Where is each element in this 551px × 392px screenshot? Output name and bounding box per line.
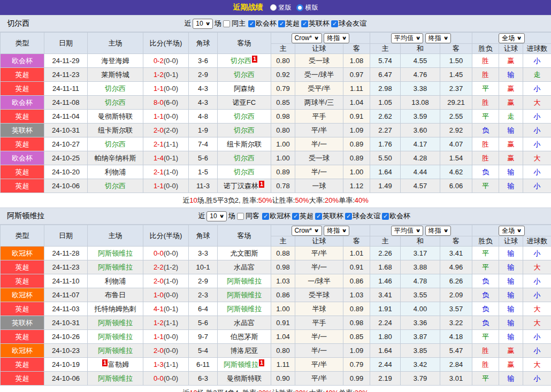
- avg-home-odds: 1.46: [370, 274, 401, 288]
- avg-away-odds: 29.21: [440, 96, 472, 110]
- corner-count: 2-9: [189, 68, 218, 82]
- fulltime-value: 全场: [502, 34, 515, 42]
- avg-away-odds: 2.84: [440, 358, 472, 372]
- match-date: 24-10-06: [44, 179, 88, 193]
- league-badge: 英联杯: [1, 316, 44, 330]
- match-date: 24-11-04: [44, 110, 88, 124]
- odds-select-cell: Crow*∨ 终指∨: [271, 33, 370, 44]
- summary-text: 40%: [355, 196, 369, 204]
- team-name: 莱斯特城: [102, 71, 129, 79]
- average-final-select[interactable]: 终指∨: [425, 33, 451, 43]
- result-handicap: 输: [499, 124, 523, 137]
- layout-option-horizontal[interactable]: 横版: [296, 3, 318, 12]
- halftime-score: (0-0): [164, 182, 178, 190]
- crown-away-odds: 0.98: [343, 316, 370, 330]
- fulltime-select[interactable]: 全场∨: [499, 33, 524, 43]
- result-goals: 小: [523, 124, 551, 137]
- col-header-odds-handicap: 让球: [295, 236, 343, 247]
- result-wdl: 负: [472, 165, 499, 179]
- away-team-cell: 水晶宫: [218, 260, 271, 274]
- crown-away-odds: 0.89: [343, 151, 370, 165]
- same-venue-checkbox[interactable]: [237, 213, 244, 220]
- avg-away-odds: 4.62: [440, 165, 472, 179]
- odds-final-select[interactable]: 终指∨: [324, 33, 349, 43]
- crown-away-odds: 1.03: [343, 288, 370, 302]
- results-table-aston-villa: 类型 日期 主场 比分(半场) 角球 客场 Crow*∨ 终指∨ 平均值∨ 终指…: [0, 225, 551, 386]
- crown-handicap: 半/一: [295, 165, 343, 179]
- average-select[interactable]: 平均值∨: [391, 226, 423, 236]
- same-venue-checkbox[interactable]: [223, 20, 230, 27]
- league-checkbox[interactable]: ✓: [315, 213, 322, 220]
- average-value: 平均值: [394, 34, 414, 42]
- fulltime-score: 2-1: [154, 140, 164, 148]
- avg-home-odds: 1.76: [370, 137, 401, 151]
- summary-text: 让胜率:: [272, 388, 295, 392]
- layout-option-vertical[interactable]: 竖版: [270, 3, 292, 12]
- fulltime-score: 0-0: [154, 374, 164, 382]
- fulltime-select[interactable]: 全场∨: [499, 226, 524, 236]
- chevron-down-icon: ∨: [415, 34, 420, 42]
- crown-away-odds: 1.09: [343, 124, 370, 137]
- result-goals: 大: [523, 151, 551, 165]
- crown-home-odds: 0.92: [271, 68, 295, 82]
- home-team-cell: 海登海姆: [88, 54, 143, 68]
- col-header-type: 类型: [1, 33, 44, 54]
- crown-home-odds: 0.79: [271, 82, 295, 96]
- radio-selected-icon[interactable]: [296, 4, 303, 11]
- avg-away-odds: 2.92: [440, 124, 472, 137]
- league-checkbox[interactable]: ✓: [248, 20, 255, 27]
- team-name: 阿斯顿维拉: [227, 291, 262, 299]
- avg-draw-odds: 3.42: [401, 358, 440, 372]
- team-name: 阿斯顿维拉: [98, 249, 133, 257]
- avg-away-odds: 4.07: [440, 137, 472, 151]
- average-final-select[interactable]: 终指∨: [425, 226, 451, 236]
- corner-count: 4-3: [189, 96, 218, 110]
- result-handicap: 赢: [499, 54, 523, 68]
- fulltime-score: 2-2: [154, 263, 164, 271]
- league-badge: 欧会杯: [1, 151, 44, 165]
- fulltime-score: 1-2: [154, 71, 164, 79]
- col-header-score: 比分(半场): [143, 225, 189, 247]
- team-name: 帕纳辛纳科斯: [95, 154, 136, 162]
- league-checkbox[interactable]: ✓: [345, 213, 352, 220]
- average-select[interactable]: 平均值∨: [391, 33, 423, 43]
- team-name: 尤文图斯: [231, 249, 258, 257]
- chevron-down-icon: ∨: [342, 34, 347, 42]
- league-checkbox[interactable]: ✓: [292, 213, 299, 220]
- league-checkbox[interactable]: ✓: [262, 213, 269, 220]
- league-checkbox[interactable]: ✓: [301, 20, 308, 27]
- col-header-handicap-result: 让球: [499, 44, 523, 54]
- match-date: 24-10-19: [44, 358, 88, 372]
- fulltime-score: 1-1: [154, 112, 164, 120]
- home-team-cell: 帕纳辛纳科斯: [88, 151, 143, 165]
- league-checkbox[interactable]: ✓: [278, 20, 285, 27]
- chevron-down-icon: ∨: [443, 34, 448, 42]
- radio-unselected-icon[interactable]: [270, 4, 277, 11]
- away-team-cell: 阿森纳: [218, 82, 271, 96]
- table-row: 英超24-11-10利物浦2-0(1-0)2-9阿斯顿维拉1.03一/球半0.8…: [1, 274, 551, 288]
- result-goals: 小: [523, 82, 551, 96]
- match-count-select[interactable]: 10∨: [206, 211, 227, 221]
- home-team-cell: 利物浦: [88, 274, 143, 288]
- odds-final-select[interactable]: 终指∨: [324, 226, 349, 236]
- home-team-cell: 托特纳姆热刺: [88, 302, 143, 316]
- halftime-score: (1-0): [164, 168, 178, 176]
- odds-source-select[interactable]: Crow*∨: [292, 33, 322, 43]
- team-name: 切尔西: [234, 71, 255, 79]
- result-handicap: 输: [499, 68, 523, 82]
- match-count-select[interactable]: 10∨: [193, 19, 213, 29]
- team-name: 切尔西: [105, 84, 126, 93]
- fulltime-value: 全场: [502, 227, 515, 235]
- corner-count: 10-1: [189, 260, 218, 274]
- league-checkbox[interactable]: ✓: [331, 20, 338, 27]
- league-badge: 英超: [1, 137, 44, 151]
- result-goals: 大: [523, 316, 551, 330]
- crown-away-odds: 1.09: [343, 344, 370, 358]
- odds-source-select[interactable]: Crow*∨: [292, 226, 322, 236]
- match-date: 24-10-20: [44, 165, 88, 179]
- avg-away-odds: 3.01: [440, 372, 472, 386]
- league-checkbox[interactable]: ✓: [382, 213, 389, 220]
- match-date: 24-11-11: [44, 82, 88, 96]
- page-title: 近期战绩: [233, 3, 263, 12]
- home-team-cell: 布鲁日: [88, 288, 143, 302]
